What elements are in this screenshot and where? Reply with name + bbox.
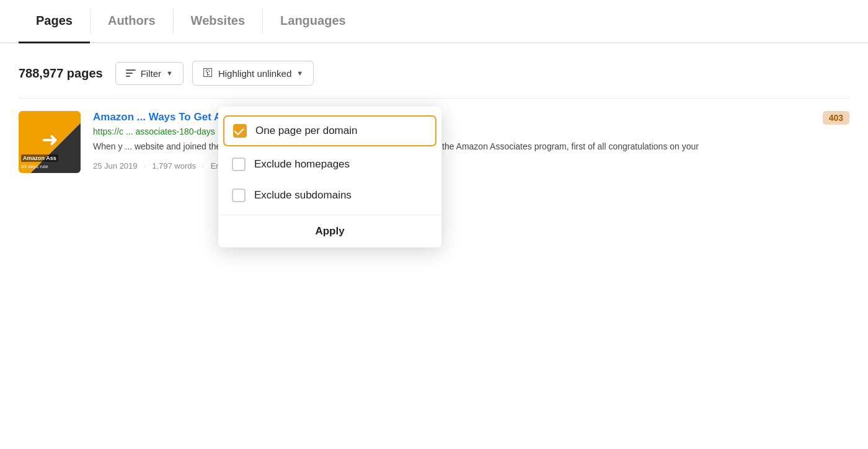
thumb-sublabel: 80 days rule (21, 164, 48, 169)
filter-button[interactable]: Filter ▼ (115, 62, 184, 85)
meta-dot-2: · (202, 161, 205, 171)
result-body: Amazon ... Ways To Get Around … 403 http… (93, 111, 849, 172)
result-url[interactable]: https://c ... associates-180-days ▼ (93, 127, 849, 136)
checkbox-exclude-homepages[interactable] (232, 158, 246, 171)
filter-label: Filter (141, 68, 161, 79)
result-description: When y ... website and joined the Amazon… (93, 140, 849, 154)
thumb-inner: ➜ Amazon Ass 80 days rule (19, 111, 81, 173)
filter-option-homepages-label: Exclude homepages (254, 158, 350, 171)
result-badge: 403 (823, 111, 849, 125)
checkbox-one-page-per-domain[interactable] (233, 124, 247, 138)
filter-dropdown-popup: One page per domain Exclude homepages Ex… (218, 107, 441, 247)
tab-authors[interactable]: Authors (91, 0, 173, 43)
filter-option-exclude-homepages[interactable]: Exclude homepages (218, 149, 441, 180)
filter-option-one-page-per-domain[interactable]: One page per domain (223, 115, 436, 146)
result-url-text: https://c ... associates-180-days (93, 127, 215, 136)
filter-chevron-icon: ▼ (166, 69, 173, 77)
result-title-row: Amazon ... Ways To Get Around … 403 (93, 111, 849, 125)
result-meta: 25 Jun 2019 · 1,797 words · En 𝕏 5 ⊕ 2 (93, 160, 849, 172)
unlink-icon: ⚿ (203, 67, 213, 79)
result-words: 1,797 words (152, 161, 196, 171)
thumb-label: Amazon Ass (21, 154, 58, 162)
pages-count: 788,977 pages (19, 66, 103, 81)
toolbar-row: 788,977 pages Filter ▼ ⚿ Highlight unlin… (19, 61, 849, 86)
meta-dot-1: · (144, 161, 146, 171)
checkbox-exclude-subdomains[interactable] (232, 189, 246, 202)
thumb-arrow-icon: ➜ (42, 128, 58, 151)
highlight-unlinked-button[interactable]: ⚿ Highlight unlinked ▼ (192, 61, 314, 86)
tab-pages[interactable]: Pages (19, 0, 90, 43)
filter-option-exclude-subdomains[interactable]: Exclude subdomains (218, 180, 441, 211)
filter-icon (126, 69, 136, 77)
tab-languages[interactable]: Languages (263, 0, 363, 43)
highlight-chevron-icon: ▼ (296, 69, 303, 77)
highlight-label: Highlight unlinked (218, 68, 291, 79)
result-date: 25 Jun 2019 (93, 161, 138, 171)
tab-websites[interactable]: Websites (174, 0, 262, 43)
filter-option-subdomains-label: Exclude subdomains (254, 189, 352, 202)
filter-option-one-page-label: One page per domain (255, 125, 357, 137)
apply-button[interactable]: Apply (218, 215, 441, 247)
result-thumbnail: ➜ Amazon Ass 80 days rule (19, 111, 81, 173)
page-wrapper: Pages Authors Websites Languages 788,977… (0, 0, 868, 449)
tabs-bar: Pages Authors Websites Languages (0, 0, 868, 43)
